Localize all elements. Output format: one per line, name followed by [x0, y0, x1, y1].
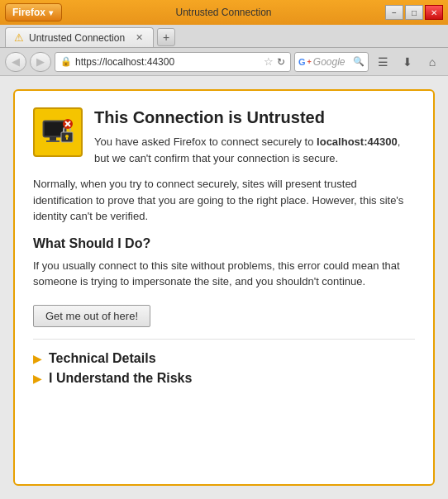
svg-point-5 — [65, 135, 69, 138]
new-tab-button[interactable]: + — [157, 28, 175, 46]
close-button[interactable]: ✕ — [425, 5, 443, 20]
error-header: This Connection is Untrusted You have as… — [33, 107, 415, 166]
google-plus-icon: + — [307, 58, 312, 66]
get-me-out-button[interactable]: Get me out of here! — [33, 305, 150, 327]
toolbar-icons: ☰ ⬇ ⌂ — [372, 52, 443, 72]
window-controls: − □ ✕ — [385, 5, 443, 20]
error-first-para: You have asked Firefox to connect secure… — [94, 134, 415, 166]
active-tab[interactable]: ⚠ Untrusted Connection ✕ — [5, 27, 154, 47]
para1-bold: localhost:44300 — [317, 135, 398, 148]
titlebar: Firefox Untrusted Connection − □ ✕ — [0, 0, 448, 25]
tab-title: Untrusted Connection — [29, 32, 125, 44]
understand-risks-row[interactable]: ▶ I Understand the Risks — [33, 371, 415, 386]
bookmark-star-icon[interactable]: ☆ — [264, 55, 274, 68]
home-icon[interactable]: ⌂ — [422, 52, 443, 72]
window-title: Untrusted Connection — [67, 7, 380, 18]
error-second-para: Normally, when you try to connect secure… — [33, 176, 415, 225]
divider-1 — [33, 339, 415, 340]
firefox-label: Firefox — [12, 7, 45, 18]
technical-details-label: Technical Details — [49, 351, 156, 366]
search-box[interactable]: G + Google 🔍 — [294, 52, 369, 72]
menu-icon[interactable]: ☰ — [372, 52, 393, 72]
warning-icon-box — [33, 107, 83, 157]
page-content: This Connection is Untrusted You have as… — [0, 76, 448, 499]
technical-details-triangle-icon: ▶ — [33, 352, 42, 365]
address-bar[interactable]: 🔒 ☆ ↻ — [55, 52, 291, 72]
warning-icon: ⚠ — [14, 31, 24, 44]
tab-close-button[interactable]: ✕ — [133, 32, 145, 44]
error-card: This Connection is Untrusted You have as… — [13, 89, 435, 486]
forward-button[interactable]: ▶ — [30, 52, 51, 72]
navigation-bar: ◀ ▶ 🔒 ☆ ↻ G + Google 🔍 ☰ ⬇ ⌂ — [0, 48, 448, 76]
google-g-icon: G — [298, 57, 306, 67]
section1-body: If you usually connect to this site with… — [33, 258, 415, 290]
minimize-button[interactable]: − — [385, 5, 403, 20]
error-title: This Connection is Untrusted — [94, 107, 415, 127]
understand-risks-triangle-icon: ▶ — [33, 372, 42, 385]
download-icon[interactable]: ⬇ — [397, 52, 418, 72]
search-placeholder-text: Google — [313, 56, 351, 68]
firefox-menu-button[interactable]: Firefox — [5, 3, 62, 21]
browser-window: Firefox Untrusted Connection − □ ✕ ⚠ Unt… — [0, 0, 448, 499]
para1-prefix: You have asked Firefox to connect secure… — [94, 135, 317, 148]
svg-rect-2 — [50, 137, 56, 140]
reload-button[interactable]: ↻ — [277, 56, 285, 68]
lock-icon: 🔒 — [60, 56, 72, 67]
understand-risks-label: I Understand the Risks — [49, 371, 192, 386]
untrusted-connection-icon — [40, 114, 76, 150]
what-should-i-do-title: What Should I Do? — [33, 236, 415, 251]
maximize-button[interactable]: □ — [405, 5, 423, 20]
error-header-text: This Connection is Untrusted You have as… — [94, 107, 415, 166]
back-button[interactable]: ◀ — [5, 52, 26, 72]
address-input[interactable] — [75, 56, 260, 68]
technical-details-row[interactable]: ▶ Technical Details — [33, 351, 415, 366]
tab-bar: ⚠ Untrusted Connection ✕ + — [0, 25, 448, 48]
search-icon[interactable]: 🔍 — [353, 56, 365, 67]
svg-rect-3 — [46, 140, 60, 142]
